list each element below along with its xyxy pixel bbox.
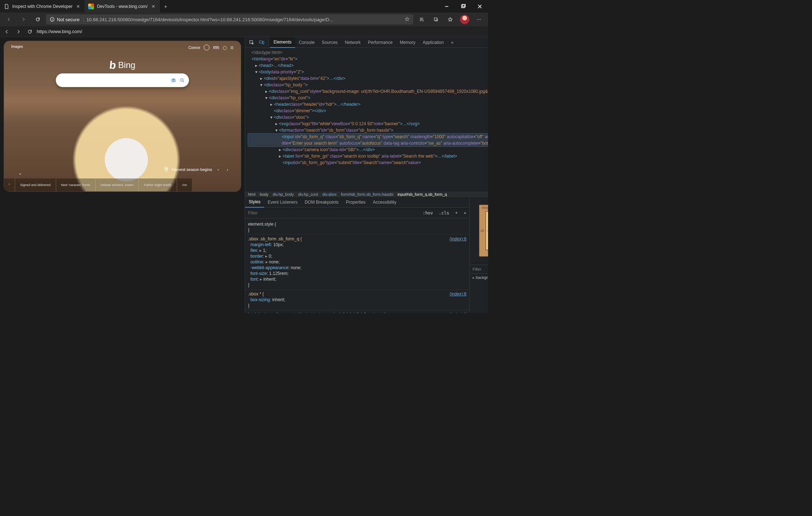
breadcrumb[interactable]: html body div.hp_body div.hp_cont div.sb… bbox=[245, 192, 488, 196]
tab-title: DevTools - www.bing.com/ bbox=[97, 4, 148, 9]
new-tab-button[interactable]: + bbox=[160, 1, 171, 12]
news-item[interactable]: Father might testify bbox=[139, 178, 177, 191]
inspected-url[interactable]: https://www.bing.com/ bbox=[37, 29, 238, 34]
tab-performance[interactable]: Performance bbox=[364, 37, 396, 48]
refresh-button[interactable] bbox=[32, 14, 44, 25]
devtools-forward[interactable] bbox=[14, 27, 23, 36]
svg-rect-2 bbox=[463, 4, 465, 7]
next-image[interactable]: › bbox=[224, 166, 231, 173]
window-titlebar: Inspect with Chrome Developer ✕ DevTools… bbox=[0, 0, 488, 13]
news-item[interactable]: Am bbox=[177, 178, 192, 191]
tab-accessibility[interactable]: Accessibility bbox=[369, 197, 400, 208]
devtools-panel: Elements Console Sources Network Perform… bbox=[245, 37, 488, 313]
bing-points[interactable]: 895 bbox=[213, 46, 219, 50]
hov-button[interactable]: :hov bbox=[420, 211, 436, 216]
tab-event-listeners[interactable]: Event Listeners bbox=[264, 197, 301, 208]
prev-image[interactable]: ‹ bbox=[215, 166, 221, 173]
favorite-icon[interactable] bbox=[405, 17, 410, 23]
tab-sources[interactable]: Sources bbox=[318, 37, 341, 48]
source-link[interactable]: (index):6 bbox=[450, 312, 466, 313]
svg-rect-16 bbox=[263, 41, 264, 44]
location-icon bbox=[164, 167, 169, 172]
add-rule-button[interactable]: ＋ bbox=[452, 210, 461, 216]
bing-user[interactable]: Connor bbox=[189, 46, 200, 50]
devtools-url-bar: https://www.bing.com/ bbox=[0, 26, 488, 37]
url-text: 10.68.241.216:50080/msedge/7164/devtools… bbox=[86, 17, 333, 22]
news-expand[interactable]: ⌃ bbox=[4, 178, 15, 191]
bing-logo: bBing bbox=[109, 59, 135, 71]
svg-line-12 bbox=[183, 81, 184, 82]
computed-filter[interactable]: Filter bbox=[473, 267, 481, 271]
minimize-button[interactable] bbox=[438, 0, 455, 13]
more-button[interactable]: ⋯ bbox=[473, 13, 485, 26]
maximize-button[interactable] bbox=[455, 0, 472, 13]
close-window-button[interactable] bbox=[472, 0, 488, 13]
profile-button[interactable] bbox=[459, 13, 471, 26]
reading-list-icon[interactable] bbox=[415, 13, 428, 26]
cls-button[interactable]: .cls bbox=[436, 211, 452, 216]
source-link[interactable]: (index):6 bbox=[450, 291, 466, 297]
tab-application[interactable]: Application bbox=[419, 37, 447, 48]
device-frame: Images Connor 895 ◯ ☰ bBing ⌄ bbox=[4, 41, 241, 192]
devtools-back[interactable] bbox=[2, 27, 12, 36]
devtools-reload[interactable] bbox=[25, 27, 35, 36]
more-tabs[interactable]: » bbox=[447, 37, 457, 48]
back-button[interactable] bbox=[3, 14, 15, 25]
svg-rect-1 bbox=[461, 5, 464, 8]
collections-icon[interactable] bbox=[430, 13, 442, 26]
close-icon[interactable]: ✕ bbox=[150, 4, 156, 9]
tab-elements[interactable]: Elements bbox=[270, 37, 295, 48]
css-rules[interactable]: element.style { } (index):6 .sbox .sb_fo… bbox=[245, 218, 469, 313]
news-strip: ⌃ Signed and delivered New 'caravan' for… bbox=[4, 178, 241, 191]
chevron-down-icon[interactable]: ⌄ bbox=[18, 171, 22, 176]
styles-tabstrip: Styles Event Listeners DOM Breakpoints P… bbox=[245, 197, 469, 208]
svg-point-13 bbox=[166, 168, 167, 170]
dom-tree[interactable]: <!doctype html> <html lang="en" dir="ltr… bbox=[245, 48, 488, 192]
extensions-icon[interactable] bbox=[444, 13, 456, 26]
svg-rect-15 bbox=[260, 41, 262, 43]
tab-devtools-bing[interactable]: DevTools - www.bing.com/ ✕ bbox=[85, 0, 160, 13]
info-icon bbox=[50, 17, 55, 22]
screencast-viewport: Images Connor 895 ◯ ☰ bBing ⌄ bbox=[0, 37, 245, 313]
inspect-element-icon[interactable] bbox=[247, 37, 257, 47]
box-model[interactable]: margin – – – 10 border – – – – padding bbox=[470, 197, 488, 264]
news-item[interactable]: Debate winners, losers bbox=[95, 178, 139, 191]
tab-console[interactable]: Console bbox=[295, 37, 318, 48]
file-icon bbox=[4, 4, 9, 9]
bing-nav-images[interactable]: Images bbox=[11, 45, 23, 49]
avatar bbox=[460, 15, 469, 24]
svg-point-10 bbox=[173, 80, 174, 81]
computed-prop[interactable]: ▸ background-color bbox=[470, 274, 488, 281]
selected-dom-node: ••• <input id="sb_form_q" class="sb_form… bbox=[248, 133, 488, 146]
news-item[interactable]: New 'caravan' forms bbox=[56, 178, 95, 191]
news-item[interactable]: Signed and delivered bbox=[15, 178, 56, 191]
expand-corner-icon[interactable]: ▾ bbox=[460, 208, 470, 218]
tab-network[interactable]: Network bbox=[341, 37, 364, 48]
tab-title: Inspect with Chrome Developer bbox=[12, 4, 72, 9]
svg-rect-8 bbox=[434, 18, 437, 21]
source-link[interactable]: (index):6 bbox=[450, 236, 466, 242]
devtools-tabstrip: Elements Console Sources Network Perform… bbox=[245, 37, 488, 48]
styles-filter-input[interactable] bbox=[245, 211, 420, 216]
image-caption[interactable]: Harvest season begins bbox=[172, 167, 212, 172]
address-bar: Not secure 10.68.241.216:50080/msedge/71… bbox=[0, 13, 488, 26]
bing-homepage[interactable]: Images Connor 895 ◯ ☰ bBing ⌄ bbox=[4, 41, 241, 191]
device-toolbar-icon[interactable] bbox=[257, 37, 267, 47]
rewards-icon[interactable]: ◯ bbox=[223, 46, 227, 50]
forward-button[interactable] bbox=[17, 14, 30, 25]
close-icon[interactable]: ✕ bbox=[75, 4, 81, 9]
tab-memory[interactable]: Memory bbox=[396, 37, 419, 48]
edge-icon bbox=[88, 4, 94, 9]
user-avatar-icon[interactable] bbox=[204, 45, 209, 50]
camera-icon[interactable] bbox=[171, 78, 176, 83]
hamburger-icon[interactable]: ☰ bbox=[230, 46, 234, 50]
tab-properties[interactable]: Properties bbox=[342, 197, 369, 208]
search-icon[interactable] bbox=[180, 78, 185, 83]
tab-styles[interactable]: Styles bbox=[245, 197, 264, 208]
tab-dom-breakpoints[interactable]: DOM Breakpoints bbox=[301, 197, 342, 208]
bing-search-box[interactable] bbox=[56, 73, 189, 87]
svg-point-11 bbox=[181, 79, 183, 81]
security-badge[interactable]: Not secure bbox=[50, 17, 84, 22]
url-box[interactable]: Not secure 10.68.241.216:50080/msedge/71… bbox=[46, 14, 413, 24]
tab-inspect-chrome[interactable]: Inspect with Chrome Developer ✕ bbox=[0, 0, 85, 13]
